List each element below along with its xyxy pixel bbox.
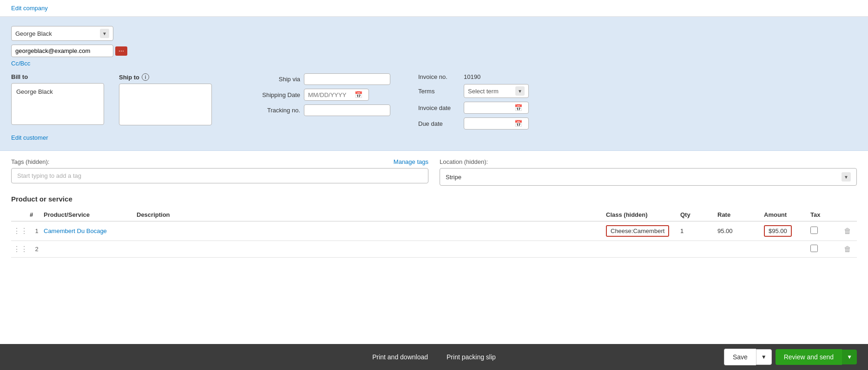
row2-tax-checkbox[interactable] bbox=[810, 245, 818, 252]
table-row: ⋮⋮ 1 Camembert Du Bocage Cheese:Camember… bbox=[11, 221, 857, 241]
print-download-link[interactable]: Print and download bbox=[372, 353, 428, 361]
header-drag bbox=[11, 211, 30, 218]
shipping-date-calendar-icon[interactable]: 📅 bbox=[355, 91, 362, 98]
footer-actions: Save ▼ Review and send ▼ bbox=[724, 349, 857, 365]
terms-select[interactable]: Select term ▼ bbox=[464, 84, 529, 98]
product-service-section: Product or service # Product/Service Des… bbox=[11, 195, 857, 258]
due-date-input[interactable]: 05/14/2024 bbox=[468, 120, 514, 127]
location-dropdown-arrow[interactable]: ▼ bbox=[842, 172, 851, 182]
top-bar: Edit company bbox=[0, 0, 868, 17]
manage-tags-link[interactable]: Manage tags bbox=[394, 158, 428, 165]
invoice-date-input-wrap[interactable]: 05/14/2024 📅 bbox=[464, 102, 529, 114]
edit-customer-link[interactable]: Edit customer bbox=[11, 134, 48, 141]
email-input[interactable] bbox=[11, 45, 113, 57]
header-delete bbox=[838, 211, 857, 218]
invoice-no-label: Invoice no. bbox=[418, 73, 460, 80]
due-date-label: Due date bbox=[418, 120, 460, 127]
ship-via-row: Ship via bbox=[249, 73, 390, 85]
header-product: Product/Service bbox=[44, 211, 137, 218]
bill-to-section: Bill to George Black bbox=[11, 73, 104, 125]
row2-tax[interactable] bbox=[810, 245, 838, 253]
location-section: Location (hidden): Stripe ▼ bbox=[440, 158, 857, 186]
terms-label: Terms bbox=[418, 88, 460, 95]
footer-right: Save ▼ Review and send ▼ bbox=[496, 349, 857, 365]
product-service-title: Product or service bbox=[11, 195, 857, 203]
invoice-date-input[interactable]: 05/14/2024 bbox=[468, 104, 514, 111]
footer-center: Print and download Print packing slip bbox=[372, 353, 496, 361]
bill-ship-fields-row: Bill to George Black Ship to i Ship via … bbox=[11, 73, 857, 130]
invoice-no-value: 10190 bbox=[464, 73, 480, 80]
edit-company-link[interactable]: Edit company bbox=[11, 5, 48, 12]
row1-rate[interactable]: 95.00 bbox=[717, 227, 764, 234]
invoice-date-calendar-icon[interactable]: 📅 bbox=[514, 104, 522, 111]
invoice-no-row: Invoice no. 10190 bbox=[418, 73, 529, 80]
customer-name: George Black bbox=[15, 30, 100, 37]
customer-dropdown-arrow[interactable]: ▼ bbox=[100, 29, 109, 38]
header-num: # bbox=[30, 211, 44, 218]
shipping-date-label: Shipping Date bbox=[249, 91, 300, 98]
header-amount: Amount bbox=[764, 211, 810, 218]
tracking-no-label: Tracking no. bbox=[249, 107, 300, 114]
row1-class[interactable]: Cheese:Camembert bbox=[606, 225, 680, 237]
review-send-dropdown-button[interactable]: ▼ bbox=[842, 350, 857, 364]
shipping-date-input[interactable] bbox=[308, 91, 355, 98]
header-rate: Rate bbox=[717, 211, 764, 218]
tags-section: Tags (hidden): Manage tags Start typing … bbox=[11, 158, 428, 183]
row1-tax-checkbox[interactable] bbox=[810, 227, 818, 234]
tags-location-row: Tags (hidden): Manage tags Start typing … bbox=[11, 158, 857, 186]
shipping-fields: Ship via Shipping Date 📅 Tracking no. bbox=[249, 73, 390, 116]
row1-product[interactable]: Camembert Du Bocage bbox=[44, 227, 137, 234]
table-row: ⋮⋮ 2 🗑 bbox=[11, 241, 857, 258]
main-section: Tags (hidden): Manage tags Start typing … bbox=[0, 151, 868, 344]
row2-num: 2 bbox=[30, 246, 44, 253]
ship-to-info-icon[interactable]: i bbox=[142, 73, 149, 81]
tracking-no-input[interactable] bbox=[304, 104, 390, 116]
footer-bar: Print and download Print packing slip Sa… bbox=[0, 344, 868, 370]
tags-input[interactable]: Start typing to add a tag bbox=[11, 168, 428, 183]
row1-num: 1 bbox=[30, 227, 44, 234]
ship-to-label: Ship to i bbox=[119, 73, 212, 81]
invoice-date-row: Invoice date 05/14/2024 📅 bbox=[418, 102, 529, 114]
row1-qty[interactable]: 1 bbox=[680, 227, 717, 234]
customer-select[interactable]: George Black ▼ bbox=[11, 26, 113, 41]
review-send-button[interactable]: Review and send bbox=[776, 349, 842, 365]
print-packing-slip-link[interactable]: Print packing slip bbox=[447, 353, 496, 361]
cc-bcc-link[interactable]: Cc/Bcc bbox=[11, 60, 30, 67]
ship-via-input[interactable] bbox=[304, 73, 390, 85]
location-label: Location (hidden): bbox=[440, 158, 857, 165]
ship-via-label: Ship via bbox=[249, 76, 300, 83]
email-row: ⋯ bbox=[11, 45, 857, 57]
bill-to-label: Bill to bbox=[11, 73, 104, 80]
tracking-no-row: Tracking no. bbox=[249, 104, 390, 116]
ship-to-section: Ship to i bbox=[119, 73, 212, 125]
terms-row: Terms Select term ▼ bbox=[418, 84, 529, 98]
row1-drag-handle[interactable]: ⋮⋮ bbox=[11, 227, 30, 235]
terms-dropdown-arrow[interactable]: ▼ bbox=[515, 86, 525, 96]
due-date-input-wrap[interactable]: 05/14/2024 📅 bbox=[464, 117, 529, 130]
due-date-calendar-icon[interactable]: 📅 bbox=[514, 120, 522, 127]
row1-amount[interactable]: $95.00 bbox=[764, 225, 810, 237]
save-dropdown-button[interactable]: ▼ bbox=[756, 349, 772, 365]
terms-placeholder: Select term bbox=[468, 88, 515, 95]
bill-to-address[interactable]: George Black bbox=[11, 83, 104, 125]
due-date-row: Due date 05/14/2024 📅 bbox=[418, 117, 529, 130]
header-description: Description bbox=[137, 211, 606, 218]
row2-delete-icon[interactable]: 🗑 bbox=[838, 245, 857, 253]
row1-delete-icon[interactable]: 🗑 bbox=[838, 227, 857, 235]
table-header: # Product/Service Description Class (hid… bbox=[11, 208, 857, 221]
header-qty: Qty bbox=[680, 211, 717, 218]
row1-tax[interactable] bbox=[810, 227, 838, 235]
tags-header: Tags (hidden): Manage tags bbox=[11, 158, 428, 165]
header-class: Class (hidden) bbox=[606, 211, 680, 218]
shipping-date-row: Shipping Date 📅 bbox=[249, 89, 390, 101]
save-button[interactable]: Save bbox=[724, 349, 756, 365]
row2-drag-handle[interactable]: ⋮⋮ bbox=[11, 245, 30, 253]
invoice-date-label: Invoice date bbox=[418, 104, 460, 111]
more-button[interactable]: ⋯ bbox=[115, 46, 127, 56]
tags-placeholder: Start typing to add a tag bbox=[17, 172, 81, 179]
ship-to-address[interactable] bbox=[119, 84, 212, 125]
location-select[interactable]: Stripe ▼ bbox=[440, 168, 857, 186]
header-tax: Tax bbox=[810, 211, 838, 218]
shipping-date-input-wrap[interactable]: 📅 bbox=[304, 89, 369, 101]
tags-label: Tags (hidden): bbox=[11, 158, 49, 165]
